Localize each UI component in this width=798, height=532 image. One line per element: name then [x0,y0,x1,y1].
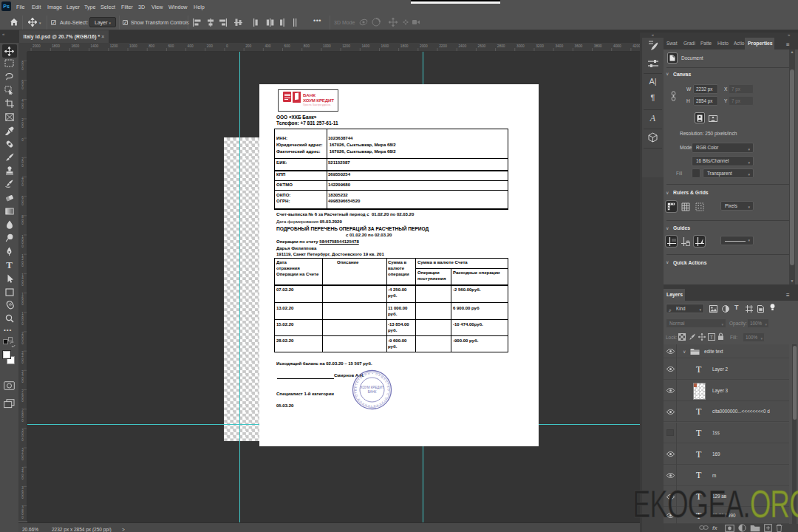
svg-text:ХОУМ КРЕДИТ: ХОУМ КРЕДИТ [361,386,384,389]
svg-text:БАНК: БАНК [368,390,377,394]
svg-text:T: T [710,335,714,340]
